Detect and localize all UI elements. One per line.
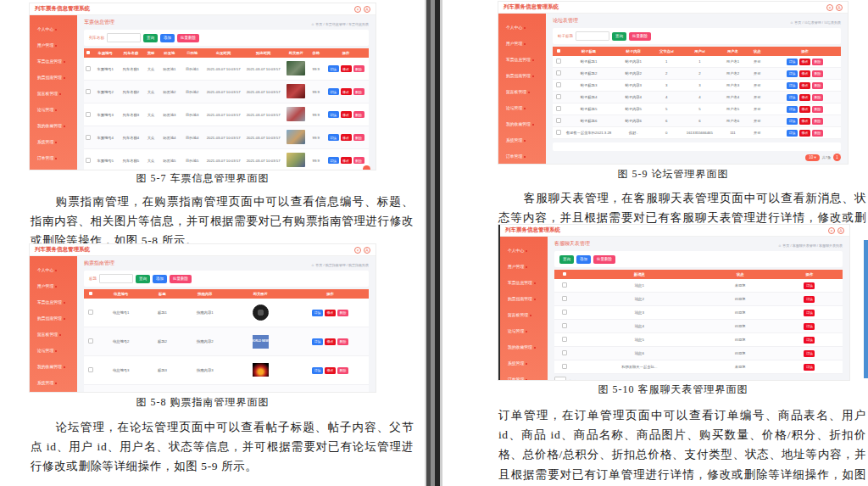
row-checkbox[interactable] xyxy=(86,66,91,71)
action-button[interactable]: 详情 xyxy=(312,338,323,345)
floating-button[interactable] xyxy=(363,165,370,170)
page-size-select[interactable]: 10 ▾ xyxy=(554,377,566,380)
batch-delete-button[interactable]: 批量删除 xyxy=(629,32,651,41)
select-all-checkbox[interactable] xyxy=(89,292,92,295)
action-button[interactable]: 详情 xyxy=(328,65,339,72)
row-checkbox[interactable] xyxy=(562,296,567,301)
sidebar-item[interactable]: 个人中心 xyxy=(30,262,77,278)
sidebar-item[interactable]: 留言板管理 xyxy=(498,84,546,100)
row-checkbox[interactable] xyxy=(86,112,91,117)
action-button[interactable]: 修改 xyxy=(325,367,336,374)
action-button[interactable]: 删除 xyxy=(812,118,823,125)
action-button[interactable]: 修改 xyxy=(325,338,336,345)
action-button[interactable]: 删除 xyxy=(353,134,364,141)
current-page[interactable]: 1 xyxy=(833,154,841,161)
action-button[interactable]: 详情 xyxy=(328,157,339,164)
sidebar-item[interactable]: 个人中心 xyxy=(498,20,546,36)
sidebar-item[interactable]: 用户管理 xyxy=(498,36,546,52)
action-button[interactable]: 删除 xyxy=(812,82,823,89)
sidebar-item[interactable]: 系统管理 xyxy=(500,355,548,371)
sidebar-item[interactable]: 留言板管理 xyxy=(500,307,548,323)
row-checkbox[interactable] xyxy=(86,158,91,163)
select-all-checkbox[interactable] xyxy=(563,272,566,276)
sidebar-item[interactable]: 我的收藏管理 xyxy=(500,339,548,355)
action-button[interactable]: 删除 xyxy=(812,59,823,65)
action-button[interactable]: 详情 xyxy=(312,310,323,316)
sidebar-item[interactable]: 论坛管理 xyxy=(30,102,77,118)
sidebar-item[interactable]: 我的收藏管理 xyxy=(498,116,546,132)
action-button[interactable]: 修改 xyxy=(341,134,352,141)
row-checkbox[interactable] xyxy=(556,70,561,75)
sidebar-item[interactable]: 车票信息管理 xyxy=(498,52,546,68)
row-checkbox[interactable] xyxy=(562,364,567,369)
action-button[interactable]: 详情 xyxy=(328,88,339,95)
action-button[interactable]: 修改 xyxy=(799,118,810,125)
sidebar-item[interactable]: 论坛管理 xyxy=(500,323,548,339)
sidebar-item[interactable]: 订单管理 xyxy=(500,371,548,380)
sidebar-item[interactable]: 订单管理 xyxy=(30,150,77,166)
user-icon[interactable]: A xyxy=(836,4,843,11)
add-button[interactable]: 添加 xyxy=(576,255,591,264)
action-button[interactable]: 删除 xyxy=(353,88,364,95)
row-checkbox[interactable] xyxy=(556,94,561,99)
action-button[interactable]: 删除 xyxy=(812,94,823,101)
search-input[interactable] xyxy=(107,33,141,42)
action-button[interactable]: 详情 xyxy=(328,111,339,118)
action-button[interactable]: 详情 xyxy=(787,59,798,65)
sidebar-item[interactable]: 个人中心 xyxy=(30,21,77,37)
action-button[interactable]: 修改 xyxy=(799,82,810,89)
sidebar-item[interactable]: 车票信息管理 xyxy=(30,53,77,70)
sidebar-item[interactable]: 留言板管理 xyxy=(30,86,77,102)
action-button[interactable]: 详情 xyxy=(787,130,798,137)
action-button[interactable]: 详情 xyxy=(804,350,815,357)
action-button[interactable]: 修改 xyxy=(341,88,352,95)
sidebar-item[interactable]: 用户管理 xyxy=(30,278,77,294)
action-button[interactable]: 修改 xyxy=(799,70,810,77)
action-button[interactable]: 删除 xyxy=(337,338,348,345)
action-button[interactable]: 删除 xyxy=(353,111,364,118)
action-button[interactable]: 详情 xyxy=(804,364,815,371)
action-button[interactable]: 详情 xyxy=(804,337,815,344)
sidebar-item[interactable]: 系统管理 xyxy=(498,132,546,148)
action-button[interactable]: 详情 xyxy=(312,367,323,374)
sidebar-item[interactable]: 购票指南管理 xyxy=(30,70,77,86)
row-checkbox[interactable] xyxy=(562,337,567,342)
sidebar-item[interactable]: 订单管理 xyxy=(498,148,546,164)
search-button[interactable]: 查询 xyxy=(612,32,626,41)
row-checkbox[interactable] xyxy=(562,350,567,355)
close-icon[interactable]: × xyxy=(354,247,361,254)
row-checkbox[interactable] xyxy=(556,82,561,87)
action-button[interactable]: 修改 xyxy=(341,111,352,118)
page-size-select[interactable]: 10 ▾ xyxy=(805,154,820,161)
user-icon[interactable]: A xyxy=(364,247,370,254)
batch-delete-button[interactable]: 批量删除 xyxy=(593,255,615,264)
user-icon[interactable]: A xyxy=(364,6,370,13)
sidebar-item[interactable]: 用户管理 xyxy=(30,37,77,53)
row-checkbox[interactable] xyxy=(556,106,561,111)
sidebar-item[interactable]: 购票指南管理 xyxy=(500,291,548,307)
sidebar-item[interactable]: 我的收藏管理 xyxy=(30,118,77,134)
search-input[interactable] xyxy=(576,31,609,41)
action-button[interactable]: 详情 xyxy=(787,106,798,113)
close-icon[interactable]: × xyxy=(354,6,361,13)
action-button[interactable]: 删除 xyxy=(812,70,823,77)
action-button[interactable]: 详情 xyxy=(804,296,815,303)
sidebar-item[interactable]: 订单管理 xyxy=(30,391,77,392)
action-button[interactable]: 详情 xyxy=(787,118,798,125)
action-button[interactable]: 修改 xyxy=(799,106,810,113)
action-button[interactable]: 详情 xyxy=(328,134,339,141)
sidebar-item[interactable]: 个人中心 xyxy=(500,243,548,259)
action-button[interactable]: 修改 xyxy=(799,94,810,101)
close-icon[interactable]: × xyxy=(826,4,833,11)
row-checkbox[interactable] xyxy=(562,323,567,328)
select-all-checkbox[interactable] xyxy=(86,51,90,54)
batch-delete-button[interactable]: 批量删除 xyxy=(170,275,192,283)
action-button[interactable]: 删除 xyxy=(353,157,364,164)
add-button[interactable]: 添加 xyxy=(160,34,175,42)
search-button[interactable]: 查询 xyxy=(559,255,574,264)
action-button[interactable]: 详情 xyxy=(787,94,798,101)
action-button[interactable]: 详情 xyxy=(804,310,815,316)
action-button[interactable]: 修改 xyxy=(799,59,810,65)
sidebar-item[interactable]: 用户管理 xyxy=(500,259,548,275)
action-button[interactable]: 删除 xyxy=(812,130,823,137)
